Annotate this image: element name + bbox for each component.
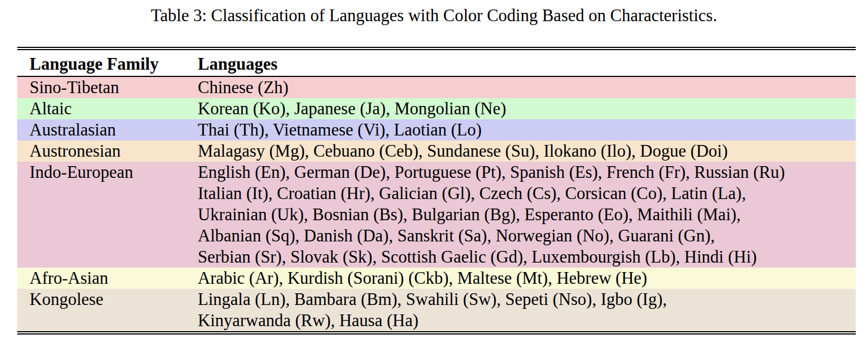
family-cell: Sino-Tibetan — [17, 77, 198, 98]
table-row: KongoleseLingala (Ln), Bambara (Bm), Swa… — [17, 289, 856, 331]
languages-table: Language Family Languages Sino-TibetanCh… — [17, 47, 856, 335]
table-row: Sino-TibetanChinese (Zh) — [17, 77, 856, 98]
table-header-row: Language Family Languages — [17, 50, 856, 77]
languages-line: Albanian (Sq), Danish (Da), Sanskrit (Sa… — [198, 225, 856, 246]
languages-line: Malagasy (Mg), Cebuano (Ceb), Sundanese … — [198, 140, 856, 162]
languages-line: Arabic (Ar), Kurdish (Sorani) (Ckb), Mal… — [198, 268, 856, 289]
languages-cell: Thai (Th), Vietnamese (Vi), Laotian (Lo) — [198, 119, 856, 140]
languages-line: Kinyarwanda (Rw), Hausa (Ha) — [198, 310, 856, 331]
table-body: Sino-TibetanChinese (Zh)AltaicKorean (Ko… — [17, 77, 856, 331]
family-cell: Austronesian — [17, 140, 198, 162]
family-cell: Afro-Asian — [17, 268, 198, 289]
table-row: Afro-AsianArabic (Ar), Kurdish (Sorani) … — [17, 268, 856, 289]
languages-cell: Malagasy (Mg), Cebuano (Ceb), Sundanese … — [198, 140, 856, 162]
languages-line: Serbian (Sr), Slovak (Sk), Scottish Gael… — [198, 246, 856, 268]
languages-line: Lingala (Ln), Bambara (Bm), Swahili (Sw)… — [198, 289, 856, 310]
family-cell: Altaic — [17, 98, 198, 119]
table-row: AustronesianMalagasy (Mg), Cebuano (Ceb)… — [17, 140, 856, 162]
page: Table 3: Classification of Languages wit… — [0, 0, 868, 344]
column-header-language-family: Language Family — [17, 54, 198, 75]
languages-cell: English (En), German (De), Portuguese (P… — [198, 162, 856, 268]
languages-line: Korean (Ko), Japanese (Ja), Mongolian (N… — [198, 98, 856, 119]
column-header-languages: Languages — [198, 54, 856, 75]
languages-cell: Arabic (Ar), Kurdish (Sorani) (Ckb), Mal… — [198, 268, 856, 289]
family-cell: Kongolese — [17, 289, 198, 331]
languages-cell: Chinese (Zh) — [198, 77, 856, 98]
languages-line: Italian (It), Croatian (Hr), Galician (G… — [198, 183, 856, 204]
languages-cell: Korean (Ko), Japanese (Ja), Mongolian (N… — [198, 98, 856, 119]
languages-line: Thai (Th), Vietnamese (Vi), Laotian (Lo) — [198, 119, 856, 140]
table-row: Indo-EuropeanEnglish (En), German (De), … — [17, 162, 856, 268]
table-row: AustralasianThai (Th), Vietnamese (Vi), … — [17, 119, 856, 140]
family-cell: Australasian — [17, 119, 198, 140]
table-row: AltaicKorean (Ko), Japanese (Ja), Mongol… — [17, 98, 856, 119]
table-caption: Table 3: Classification of Languages wit… — [0, 0, 868, 26]
languages-line: English (En), German (De), Portuguese (P… — [198, 162, 856, 183]
languages-line: Ukrainian (Uk), Bosnian (Bs), Bulgarian … — [198, 204, 856, 225]
family-cell: Indo-European — [17, 162, 198, 268]
languages-line: Chinese (Zh) — [198, 77, 856, 98]
languages-cell: Lingala (Ln), Bambara (Bm), Swahili (Sw)… — [198, 289, 856, 331]
